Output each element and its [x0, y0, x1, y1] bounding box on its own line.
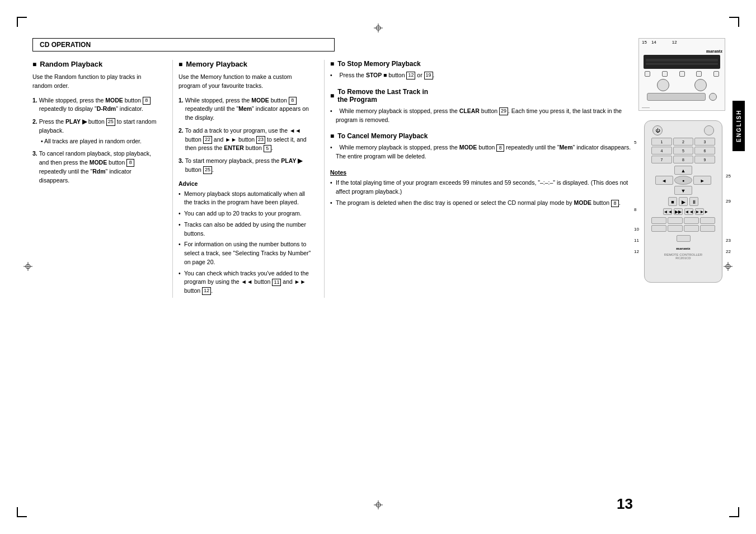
english-label: ENGLISH — [732, 101, 745, 151]
notes-title: Notes — [330, 169, 638, 176]
remove-last-text: • While memory playback is stopped, pres… — [330, 107, 638, 125]
memory-step-1: 1. While stopped, press the MODE button … — [179, 96, 312, 123]
label-23: 23 — [726, 238, 731, 243]
main-content: CD OPERATION Random Playback Use the Ran… — [32, 38, 638, 503]
advice-item-5: • You can check which tracks you've adde… — [179, 269, 312, 296]
random-playback-title: Random Playback — [32, 60, 159, 68]
crosshair-left — [24, 262, 32, 272]
label-12: 12 — [634, 249, 639, 254]
crosshair-right — [724, 262, 732, 272]
random-step-3: 3. To cancel random playback, stop playb… — [32, 149, 159, 185]
cancel-memory-title: To Cancel Memory Playback — [330, 132, 638, 140]
section-header-box: CD OPERATION — [32, 38, 335, 51]
label-29: 29 — [726, 199, 731, 204]
memory-playback-intro: Use the Memory function to make a custom… — [179, 73, 312, 91]
advice-item-3: • Tracks can also be added by using the … — [179, 221, 312, 238]
divider-2 — [324, 60, 325, 298]
device-top-labels: 15 14 12 — [642, 40, 677, 45]
note-item-2: • The program is deleted when the disc t… — [330, 199, 638, 208]
label-10: 10 — [634, 227, 639, 232]
random-playback-intro: Use the Random function to play tracks i… — [32, 73, 159, 91]
section-header-text: CD OPERATION — [40, 41, 91, 49]
label-5: 5 — [634, 140, 636, 145]
device-top-image: 15 14 12 marantz — [638, 38, 725, 111]
advice-list: • Memory playback stops automatically wh… — [179, 190, 312, 296]
label-11: 11 — [634, 238, 639, 243]
remote-body: ⏻ 1 2 3 4 5 6 7 8 9 ▲ ◄ ● ► — [644, 120, 722, 283]
corner-mark-tr — [729, 17, 739, 27]
random-step-2: 2. Press the PLAY ▶ button 25 to start r… — [32, 118, 159, 146]
label-22: 22 — [726, 249, 731, 254]
col3-controls: To Stop Memory Playback • Press the STOP… — [330, 60, 638, 298]
corner-mark-br — [729, 507, 739, 517]
device-bottom-image: 5 25 29 8 10 11 12 23 22 ⏻ 1 2 3 4 5 6 7 — [644, 120, 722, 283]
notes-list: • If the total playing time of your prog… — [330, 179, 638, 208]
col1-random: Random Playback Use the Random function … — [32, 60, 167, 298]
label-8: 8 — [634, 207, 636, 212]
note-item-1: • If the total playing time of your prog… — [330, 179, 638, 196]
remove-last-title: To Remove the Last Track inthe Program — [330, 88, 638, 104]
random-step-1: 1. While stopped, press the MODE button … — [32, 96, 159, 114]
corner-mark-bl — [17, 507, 27, 517]
stop-memory-title: To Stop Memory Playback — [330, 60, 638, 68]
corner-mark-tl — [17, 17, 27, 27]
cd-display — [644, 55, 720, 69]
columns-container: Random Playback Use the Random function … — [32, 60, 638, 298]
advice-item-2: • You can add up to 20 tracks to your pr… — [179, 209, 312, 218]
memory-step-3: 3. To start memory playback, press the P… — [179, 157, 312, 175]
memory-playback-title: Memory Playback — [179, 60, 312, 68]
memory-step-2: 2. To add a track to your program, use t… — [179, 127, 312, 153]
crosshair-top — [374, 24, 383, 34]
cancel-memory-text: • While memory playback is stopped, pres… — [330, 143, 638, 161]
advice-item-4: • For information on using the number bu… — [179, 240, 312, 266]
device-top-panel: marantz — [639, 46, 725, 105]
advice-title: Advice — [179, 180, 312, 187]
advice-item-1: • Memory playback stops automatically wh… — [179, 190, 312, 208]
stop-memory-text: • Press the STOP ■ button 12 or 19. — [330, 71, 638, 80]
col2-memory: Memory Playback Use the Memory function … — [179, 60, 318, 298]
page-number: 13 — [617, 495, 633, 513]
label-25: 25 — [726, 174, 731, 179]
page: CD OPERATION Random Playback Use the Ran… — [0, 0, 756, 534]
divider-1 — [172, 60, 173, 298]
